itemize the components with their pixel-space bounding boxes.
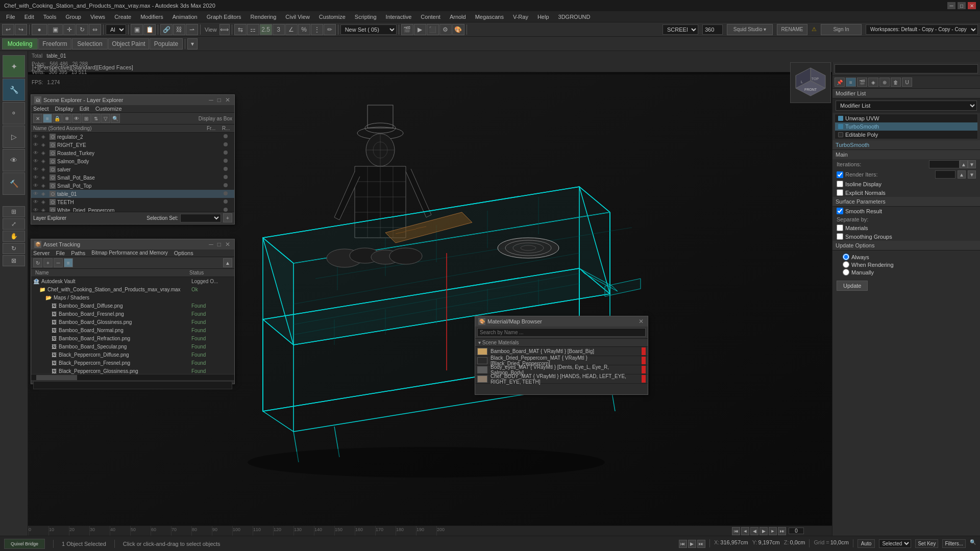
next-frame-button[interactable]: ⏭: [778, 527, 786, 535]
timeline-tick[interactable]: 160: [355, 526, 375, 536]
explorer-row[interactable]: 👁 ◈ ⬡ RIGHT_EYE: [31, 141, 234, 149]
timeline[interactable]: 0102030405060708090100110120130140150160…: [28, 525, 832, 536]
pin-button[interactable]: 📌: [835, 78, 845, 87]
material-browser-close-button[interactable]: ✕: [638, 318, 645, 325]
explorer-row[interactable]: 👁 ◈ ⬡ TEETH: [31, 198, 234, 206]
menu-item-modifiers[interactable]: Modifiers: [136, 13, 167, 21]
populate-tab-button[interactable]: Populate: [150, 38, 183, 49]
min-max-toggle-button[interactable]: ⊠: [3, 255, 25, 266]
material-search-input[interactable]: [477, 328, 646, 337]
render-iters-up-button[interactable]: ▲: [958, 170, 966, 179]
material-editor-button[interactable]: 🎨: [452, 24, 464, 35]
isoline-checkbox[interactable]: [837, 181, 843, 187]
scene-explorer-header[interactable]: 🗂 Scene Explorer - Layer Explorer ─ □ ✕: [31, 95, 234, 105]
asset-horizontal-scrollbar[interactable]: [31, 374, 234, 380]
prev-frame-button[interactable]: ⏮: [732, 527, 740, 535]
timeline-tick[interactable]: 110: [253, 526, 273, 536]
menu-item-rendering[interactable]: Rendering: [247, 13, 281, 21]
render-scene-button[interactable]: 🎬: [401, 24, 413, 35]
timeline-tick[interactable]: 130: [293, 526, 314, 536]
move-button[interactable]: ✛: [63, 24, 76, 35]
modifier-dropdown[interactable]: Modifier List: [836, 101, 977, 111]
arc-rotate-button[interactable]: ↻: [3, 243, 25, 254]
timeline-tick[interactable]: 90: [212, 526, 232, 536]
modifier-editable-poly[interactable]: Editable Poly: [835, 131, 977, 139]
scene-explorer-restore-button[interactable]: □: [216, 96, 222, 104]
extra-dropdown-button[interactable]: ▾: [187, 38, 198, 49]
explorer-display-menu[interactable]: Display: [55, 106, 74, 112]
asset-file-menu[interactable]: File: [56, 250, 65, 256]
menu-item-content[interactable]: Content: [416, 13, 445, 21]
timeline-tick[interactable]: 60: [151, 526, 171, 536]
scene-explorer-minimize-button[interactable]: ─: [208, 96, 214, 104]
menu-item-tools[interactable]: Tools: [39, 13, 61, 21]
zoom-extents-button[interactable]: ⤢: [3, 218, 25, 230]
timeline-tick[interactable]: 200: [436, 526, 457, 536]
align-button[interactable]: ⟺: [219, 24, 230, 35]
asset-server-menu[interactable]: Server: [33, 250, 50, 256]
menu-item-scripting[interactable]: Scripting: [351, 13, 381, 21]
scene-explorer-content[interactable]: 👁 ◈ ⬡ regulator_2 👁 ◈ ⬡ RIGHT_EYE 👁 ◈ ⬡ …: [31, 133, 234, 212]
timeline-tick[interactable]: 100: [232, 526, 253, 536]
prev-key-button[interactable]: ◄: [741, 527, 749, 535]
select-by-name-button[interactable]: 📋: [143, 24, 156, 35]
quick-render-button[interactable]: ▶: [414, 24, 426, 35]
timeline-tick[interactable]: 30: [89, 526, 110, 536]
render-frame-button[interactable]: ⬛: [427, 24, 439, 35]
workspaces-dropdown[interactable]: Workspaces: Default - Copy - Copy - Copy…: [866, 24, 978, 35]
squid-studio-button[interactable]: Squid Studio ▾: [727, 24, 773, 35]
set-key-button[interactable]: Set Key: [915, 539, 938, 548]
unique-button[interactable]: U: [902, 78, 912, 87]
timeline-tick[interactable]: 0: [28, 526, 48, 536]
modify-tab-button[interactable]: 🔧: [3, 79, 25, 101]
modifier-list-toggle[interactable]: Modifier List: [832, 89, 980, 98]
asset-row[interactable]: 🖼 Black_Peppercorn_Glossiness.png Found: [31, 367, 234, 374]
explorer-row[interactable]: 👁 ◈ ⬡ Salmon_Body: [31, 157, 234, 165]
asset-tracking-minimize-button[interactable]: ─: [208, 241, 214, 248]
explorer-sort-btn[interactable]: ⇅: [91, 114, 101, 123]
menu-item-customize[interactable]: Customize: [315, 13, 350, 21]
explorer-search-btn[interactable]: 🔍: [111, 114, 120, 123]
status-bar-play[interactable]: ▶: [688, 540, 696, 548]
select-all-button[interactable]: ▣: [47, 24, 63, 35]
explorer-group-btn[interactable]: ⊞: [82, 114, 91, 123]
redo-button[interactable]: ↪: [15, 24, 27, 35]
update-button[interactable]: Update: [837, 281, 868, 291]
manually-radio[interactable]: [843, 269, 849, 276]
render-iters-down-button[interactable]: ▼: [968, 170, 976, 179]
scene-explorer-close-button[interactable]: ✕: [224, 96, 231, 104]
menu-item-views[interactable]: Views: [86, 13, 109, 21]
snap-toggle-2d[interactable]: 2.5: [260, 24, 272, 35]
timeline-tick[interactable]: 80: [191, 526, 212, 536]
explorer-row[interactable]: 👁 ◈ ⬡ regulator_2: [31, 133, 234, 141]
selection-filter-dropdown[interactable]: All: [106, 24, 126, 35]
create-tab-button[interactable]: ✦: [3, 55, 25, 78]
explorer-hide-btn[interactable]: 👁: [72, 114, 81, 123]
explorer-row[interactable]: 👁 ◈ ⬡ table_01: [31, 190, 234, 198]
asset-row[interactable]: 🖼 Black_Peppercorn_Diffuse.png Found: [31, 350, 234, 359]
surface-params-section[interactable]: Surface Parameters: [832, 197, 980, 207]
render-iters-checkbox[interactable]: [837, 171, 843, 178]
pan-view-button[interactable]: ✋: [3, 231, 25, 242]
xref-button[interactable]: ⊕: [879, 78, 890, 87]
play-forward-button[interactable]: ▶: [760, 527, 768, 535]
explorer-row[interactable]: 👁 ◈ ⬡ Small_Pot_Top: [31, 182, 234, 190]
turbosmooth-section[interactable]: TurboSmooth: [832, 140, 980, 150]
explorer-select-menu[interactable]: Select: [33, 106, 49, 112]
selection-tab-button[interactable]: Selection: [72, 38, 108, 49]
utilities-tab-button[interactable]: 🔨: [3, 172, 25, 195]
next-key-button[interactable]: ►: [769, 527, 777, 535]
motion-tab-button[interactable]: ▷: [3, 126, 25, 148]
material-row[interactable]: Chef_BODY_MAT { VRayMtl } [HANDS, HEAD, …: [475, 374, 648, 384]
menu-item-file[interactable]: File: [2, 13, 19, 21]
asset-refresh-btn[interactable]: ↻: [33, 258, 42, 267]
iterations-down-button[interactable]: ▼: [968, 160, 976, 168]
spinner-snap[interactable]: ⋮: [311, 24, 323, 35]
when-rendering-radio[interactable]: [843, 261, 849, 268]
render-settings-button[interactable]: ⚙: [439, 24, 452, 35]
menu-item-3dground[interactable]: 3DGROUND: [554, 13, 595, 21]
filters-button[interactable]: Filters...: [942, 539, 966, 548]
menu-item-civilview[interactable]: Civil View: [281, 13, 313, 21]
array-button[interactable]: ⚏: [247, 24, 259, 35]
selection-region-button[interactable]: ▣: [131, 24, 143, 35]
